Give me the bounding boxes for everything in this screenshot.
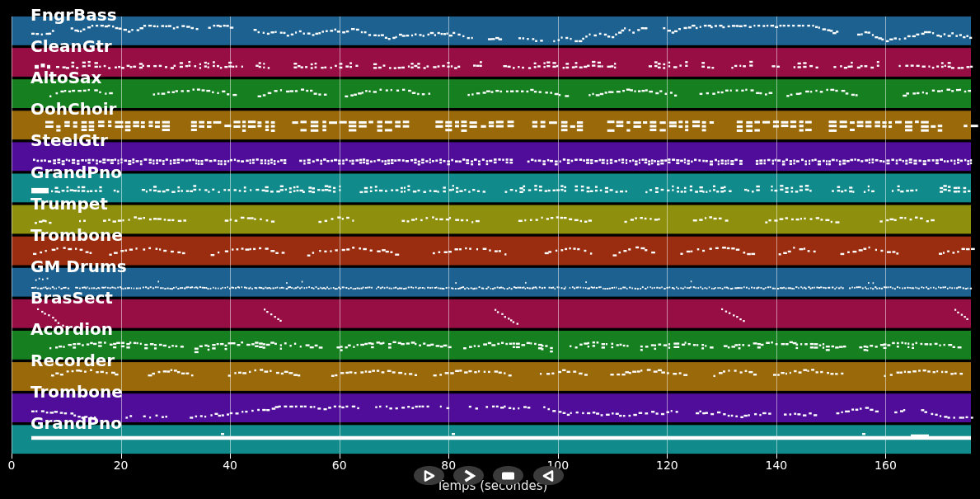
pianoroll-canvas [0,0,980,499]
track-label: BrasSect [30,290,113,306]
rewind-icon [540,469,557,483]
track-label: FngrBass [30,7,117,23]
midi-timeline-player: FngrBass CleanGtr AltoSax OohChoir Steel… [0,0,980,499]
stop-button[interactable] [493,466,523,485]
x-tick-label: 40 [212,459,248,472]
x-tick-label: 60 [321,459,358,472]
x-tick-label: 120 [649,459,685,472]
x-tick-label: 20 [103,459,139,472]
track-label: CleanGtr [30,38,112,54]
fast-forward-icon [460,469,477,483]
x-tick-label: 160 [867,459,903,472]
track-label: GrandPno [30,415,122,431]
track-label: OohChoir [30,101,116,117]
track-label: SteelGtr [30,132,108,148]
track-label: Trombone [30,227,123,243]
track-label: GM Drums [30,258,127,275]
x-tick-label: 0 [0,459,30,472]
fast-forward-button[interactable] [453,466,484,485]
play-button[interactable] [414,466,444,485]
track-label: GrandPno [30,164,122,181]
track-label: Acordion [30,321,113,337]
play-icon [420,469,438,483]
x-tick-label: 140 [758,459,795,472]
track-label: Trombone [30,384,123,400]
track-label: AltoSax [30,69,101,86]
track-label: Recorder [30,352,115,369]
track-label: Trumpet [30,195,108,212]
stop-icon [499,469,517,483]
rewind-button[interactable] [533,466,564,485]
